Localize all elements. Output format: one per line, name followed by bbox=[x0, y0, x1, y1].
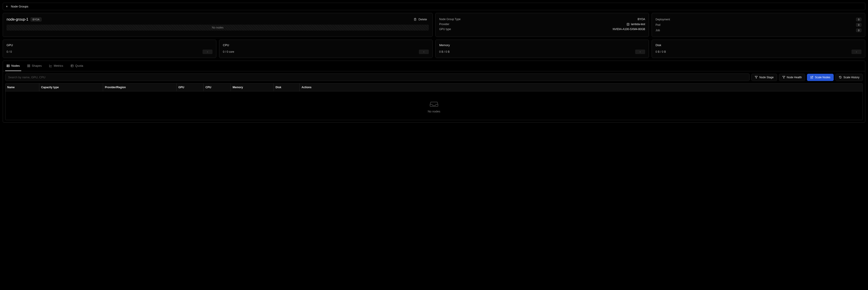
filter-icon bbox=[755, 76, 758, 79]
count-pod: Pod 0 bbox=[655, 22, 862, 28]
breadcrumb-bar: Node Groups bbox=[3, 3, 865, 10]
node-health-button[interactable]: Node Health bbox=[779, 74, 805, 81]
back-arrow-icon[interactable] bbox=[6, 5, 8, 8]
tab-metrics[interactable]: Metrics bbox=[48, 61, 65, 71]
th-capacity-type[interactable]: Capacity type bbox=[39, 84, 103, 91]
header-row: node-group-1 BYOA Delete No nodes Node G… bbox=[3, 13, 865, 37]
th-name[interactable]: Name bbox=[5, 84, 39, 91]
stat-gpu: GPU 0 / 0 - bbox=[3, 39, 216, 58]
stats-row: GPU 0 / 0 - CPU 0 / 0 core - Memory 0 B … bbox=[3, 39, 865, 58]
table-header: Name Capacity type Provider/Region GPU C… bbox=[5, 84, 863, 91]
svg-rect-5 bbox=[71, 65, 73, 67]
th-actions: Actions bbox=[300, 84, 863, 91]
inbox-icon bbox=[429, 100, 439, 107]
stat-memory: Memory 0 B / 0 B - bbox=[435, 39, 649, 58]
history-icon bbox=[839, 76, 842, 79]
th-cpu[interactable]: CPU bbox=[204, 84, 231, 91]
table-empty-state: No nodes bbox=[5, 91, 863, 120]
nodes-table: Name Capacity type Provider/Region GPU C… bbox=[5, 83, 863, 120]
node-stage-button[interactable]: Node Stage bbox=[751, 74, 777, 81]
nodes-icon bbox=[6, 64, 10, 67]
tab-nodes[interactable]: Nodes bbox=[5, 61, 21, 71]
shapes-icon bbox=[27, 64, 30, 67]
th-gpu[interactable]: GPU bbox=[177, 84, 204, 91]
th-provider-region[interactable]: Provider/Region bbox=[103, 84, 177, 91]
delete-button[interactable]: Delete bbox=[412, 17, 429, 22]
svg-rect-0 bbox=[627, 23, 629, 25]
count-job: Job 0 bbox=[655, 28, 862, 33]
breadcrumb-label[interactable]: Node Groups bbox=[11, 5, 28, 8]
empty-label: No nodes bbox=[5, 110, 863, 113]
scale-nodes-button[interactable]: Scale Nodes bbox=[807, 74, 834, 81]
main-panel: Nodes Shapes Metrics Quota Node Stage No… bbox=[3, 61, 865, 123]
tab-shapes[interactable]: Shapes bbox=[26, 61, 43, 71]
title-card: node-group-1 BYOA Delete No nodes bbox=[3, 13, 433, 37]
info-provider: Provider lambda-test bbox=[439, 22, 645, 27]
delete-label: Delete bbox=[418, 18, 427, 21]
byoa-badge: BYOA bbox=[31, 18, 41, 22]
th-memory[interactable]: Memory bbox=[231, 84, 274, 91]
stat-cpu: CPU 0 / 0 core - bbox=[219, 39, 433, 58]
filter-icon bbox=[782, 76, 785, 79]
th-disk[interactable]: Disk bbox=[274, 84, 300, 91]
tab-quota[interactable]: Quota bbox=[69, 61, 85, 71]
count-deployment: Deployment 0 bbox=[655, 17, 862, 22]
quota-icon bbox=[70, 64, 74, 67]
edit-icon bbox=[810, 76, 813, 79]
counts-card: Deployment 0 Pod 0 Job 0 bbox=[652, 13, 865, 37]
tabs: Nodes Shapes Metrics Quota bbox=[3, 61, 865, 71]
no-nodes-strip: No nodes bbox=[6, 25, 429, 31]
info-node-group-type: Node Group Type BYOA bbox=[439, 17, 645, 22]
info-card: Node Group Type BYOA Provider lambda-tes… bbox=[435, 13, 649, 37]
info-gpu-type: GPU type NVIDIA-A100-SXM4-80GB bbox=[439, 27, 645, 32]
stat-disk: Disk 0 B / 0 B - bbox=[652, 39, 865, 58]
metrics-icon bbox=[49, 64, 52, 67]
provider-icon bbox=[627, 23, 629, 26]
scale-history-button[interactable]: Scale History bbox=[835, 74, 863, 81]
trash-icon bbox=[414, 18, 416, 21]
node-group-title: node-group-1 bbox=[6, 18, 28, 22]
search-input[interactable] bbox=[5, 74, 749, 81]
toolbar: Node Stage Node Health Scale Nodes Scale… bbox=[3, 71, 865, 83]
